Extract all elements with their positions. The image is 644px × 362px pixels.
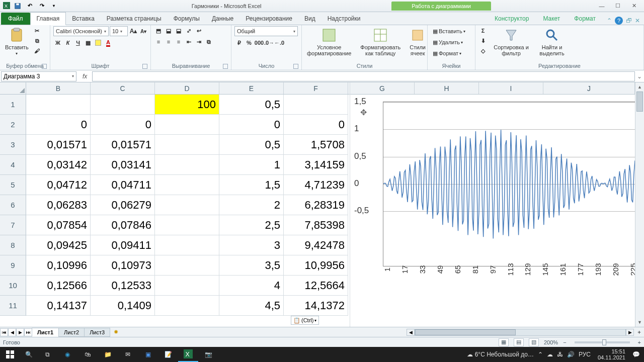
- font-family-combo[interactable]: Calibri (Основной)▾: [53, 26, 109, 36]
- chart-plot-area[interactable]: [383, 102, 635, 266]
- copy-icon[interactable]: ⧉: [33, 36, 42, 45]
- tab-addins[interactable]: Надстройки: [321, 13, 367, 25]
- new-sheet-button[interactable]: ✸: [110, 329, 121, 335]
- tray-clock[interactable]: 15:51 04.11.2021: [595, 348, 628, 360]
- cell[interactable]: 0,1409: [91, 296, 155, 316]
- row-header[interactable]: 10: [0, 276, 26, 296]
- cell[interactable]: 0: [91, 115, 155, 135]
- row-header[interactable]: 11: [0, 296, 26, 316]
- formula-input[interactable]: [92, 71, 635, 81]
- tray-notifications-icon[interactable]: 💬: [632, 351, 640, 358]
- cell[interactable]: [155, 296, 219, 316]
- comma-format-icon[interactable]: 000: [255, 38, 264, 47]
- vertical-scrollbar[interactable]: ▲ ▼: [635, 82, 644, 327]
- clear-icon[interactable]: ◇: [478, 46, 488, 55]
- cell-grid[interactable]: BCDEF 11000,52000030,015710,015710,51,57…: [0, 82, 350, 327]
- undo-icon[interactable]: ↶: [25, 2, 34, 11]
- grow-font-icon[interactable]: A▴: [129, 27, 138, 36]
- cell[interactable]: 0,10973: [91, 255, 155, 276]
- horizontal-scrollbar[interactable]: ◀ ▶: [407, 329, 634, 336]
- cell-styles-button[interactable]: Стили ячеек: [408, 26, 428, 57]
- save-icon[interactable]: [13, 2, 22, 11]
- excel-taskbar-icon[interactable]: X: [178, 347, 198, 362]
- cell[interactable]: 3,5: [219, 255, 284, 276]
- zoom-slider[interactable]: [575, 341, 630, 343]
- cell[interactable]: [155, 115, 219, 135]
- accounting-format-icon[interactable]: ₽: [234, 38, 244, 47]
- cell[interactable]: 0: [284, 115, 348, 135]
- sheet-tab-2[interactable]: Лист2: [58, 328, 85, 337]
- cell[interactable]: 0,01571: [91, 135, 155, 155]
- cell[interactable]: 1,5708: [284, 135, 348, 155]
- cell[interactable]: 0,03142: [26, 155, 91, 175]
- tab-chart-format[interactable]: Формат: [567, 13, 603, 25]
- row-header[interactable]: 3: [0, 135, 26, 155]
- sheet-add-plus[interactable]: ＋: [634, 328, 644, 336]
- col-header[interactable]: J: [543, 82, 635, 94]
- restore-window-icon[interactable]: 🗗: [626, 17, 632, 24]
- cell[interactable]: 0,06279: [91, 195, 155, 215]
- notes-icon[interactable]: 📝: [158, 347, 178, 362]
- tab-data[interactable]: Данные: [206, 13, 239, 25]
- align-center-icon[interactable]: ≡: [164, 37, 173, 46]
- cut-icon[interactable]: ✂: [33, 26, 42, 35]
- mail-icon[interactable]: ✉: [118, 347, 138, 362]
- tab-file[interactable]: Файл: [1, 13, 30, 25]
- redo-icon[interactable]: ↷: [37, 2, 46, 11]
- name-box[interactable]: Диаграмма 3▾: [1, 71, 76, 81]
- percent-format-icon[interactable]: %: [245, 38, 254, 47]
- cell[interactable]: 0,5: [219, 95, 284, 115]
- scroll-up-icon[interactable]: ▲: [635, 82, 644, 92]
- col-header[interactable]: H: [415, 82, 479, 94]
- cell[interactable]: 4,71239: [284, 175, 348, 195]
- cell[interactable]: [284, 95, 348, 115]
- underline-icon[interactable]: Ч: [73, 38, 83, 47]
- minimize-ribbon-icon[interactable]: ⌃: [607, 17, 612, 24]
- scroll-thumb[interactable]: [636, 92, 643, 112]
- cell[interactable]: [155, 135, 219, 155]
- tab-chart-layout[interactable]: Макет: [536, 13, 567, 25]
- delete-cells-button[interactable]: ▦Удалить▾: [431, 37, 465, 47]
- cell[interactable]: 9,42478: [284, 235, 348, 255]
- format-as-table-button[interactable]: Форматировать как таблицу: [358, 26, 403, 57]
- increase-decimal-icon[interactable]: .0→: [265, 38, 274, 47]
- fill-icon[interactable]: ⬇: [478, 36, 488, 45]
- align-left-icon[interactable]: ≡: [154, 37, 163, 46]
- bold-icon[interactable]: Ж: [53, 38, 62, 47]
- cell[interactable]: 10,9956: [284, 255, 348, 276]
- italic-icon[interactable]: К: [63, 38, 72, 47]
- chart-series-line[interactable]: [383, 130, 635, 238]
- fx-icon[interactable]: fx: [77, 73, 92, 80]
- edge-icon[interactable]: ◉: [57, 347, 77, 362]
- cell[interactable]: 0,04711: [91, 175, 155, 195]
- cell[interactable]: 0,14137: [26, 296, 91, 316]
- col-header-B[interactable]: B: [26, 82, 91, 94]
- cell[interactable]: 3,14159: [284, 155, 348, 175]
- row-header[interactable]: 2: [0, 115, 26, 135]
- hscroll-left[interactable]: ◀: [407, 329, 415, 336]
- cell[interactable]: 0,10996: [26, 255, 91, 276]
- weather-widget[interactable]: ☁ 6°C Небольшой до…: [467, 351, 534, 358]
- zoom-level[interactable]: 200%: [544, 339, 558, 345]
- view-page-break-icon[interactable]: ▧: [529, 338, 539, 346]
- number-launcher[interactable]: [293, 64, 298, 69]
- font-launcher[interactable]: [142, 64, 147, 69]
- cell[interactable]: 7,85398: [284, 215, 348, 235]
- tray-language[interactable]: РУС: [579, 351, 591, 358]
- col-header-D[interactable]: D: [155, 82, 219, 94]
- find-select-button[interactable]: Найти и выделить: [535, 26, 569, 57]
- tab-insert[interactable]: Вставка: [66, 13, 101, 25]
- cell[interactable]: 14,1372: [284, 296, 348, 316]
- decrease-decimal-icon[interactable]: ←.0: [275, 38, 284, 47]
- zoom-in-icon[interactable]: +: [638, 339, 641, 345]
- sheet-nav-next[interactable]: ▶: [16, 328, 24, 336]
- chart-object[interactable]: G H I J ✥ -0,500,511,5 11733496581971131…: [350, 82, 635, 327]
- autosum-icon[interactable]: Σ: [478, 26, 488, 35]
- cell[interactable]: 0,12566: [26, 276, 91, 296]
- paste-button[interactable]: Вставить ▾: [3, 26, 31, 57]
- fill-color-icon[interactable]: [94, 38, 103, 47]
- cell[interactable]: 0: [219, 115, 284, 135]
- cell[interactable]: 6,28319: [284, 195, 348, 215]
- col-header-E[interactable]: E: [219, 82, 284, 94]
- row-header[interactable]: 4: [0, 155, 26, 175]
